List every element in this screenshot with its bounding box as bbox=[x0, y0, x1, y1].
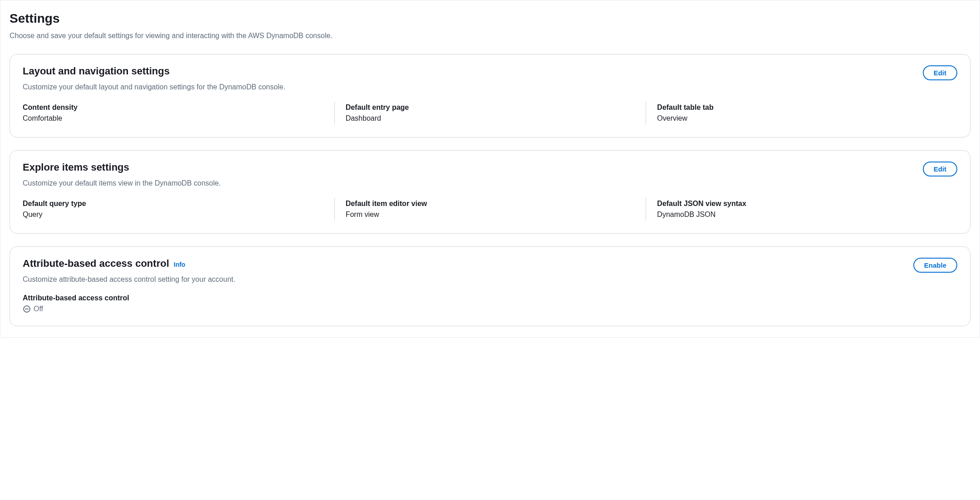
default-item-editor-label: Default item editor view bbox=[346, 200, 635, 208]
abac-card: Attribute-based access control Info Cust… bbox=[10, 246, 970, 326]
default-query-type-value: Query bbox=[23, 211, 323, 219]
abac-setting: Attribute-based access control Off bbox=[23, 294, 957, 313]
settings-page: Settings Choose and save your default se… bbox=[0, 0, 980, 338]
explore-settings-grid: Default query type Query Default item ed… bbox=[23, 198, 957, 221]
abac-card-header: Attribute-based access control Info Cust… bbox=[23, 258, 957, 285]
content-density-label: Content density bbox=[23, 103, 323, 112]
content-density-value: Comfortable bbox=[23, 114, 323, 123]
default-json-syntax-label: Default JSON view syntax bbox=[657, 200, 946, 208]
page-subtitle: Choose and save your default settings fo… bbox=[10, 30, 970, 41]
default-table-tab-value: Overview bbox=[657, 114, 946, 123]
explore-card-title: Explore items settings bbox=[23, 162, 923, 173]
explore-card-header: Explore items settings Customize your de… bbox=[23, 162, 957, 189]
layout-settings-card: Layout and navigation settings Customize… bbox=[10, 54, 970, 137]
default-table-tab-item: Default table tab Overview bbox=[646, 102, 957, 124]
layout-card-subtitle: Customize your default layout and naviga… bbox=[23, 82, 923, 93]
explore-settings-card: Explore items settings Customize your de… bbox=[10, 150, 970, 234]
default-query-type-item: Default query type Query bbox=[23, 198, 334, 221]
explore-edit-button[interactable]: Edit bbox=[923, 162, 957, 176]
abac-status-text: Off bbox=[34, 305, 43, 313]
abac-card-title: Attribute-based access control Info bbox=[23, 258, 913, 270]
layout-settings-grid: Content density Comfortable Default entr… bbox=[23, 102, 957, 124]
default-item-editor-item: Default item editor view Form view bbox=[334, 198, 646, 221]
content-density-item: Content density Comfortable bbox=[23, 102, 334, 124]
explore-card-header-text: Explore items settings Customize your de… bbox=[23, 162, 923, 189]
explore-card-subtitle: Customize your default items view in the… bbox=[23, 178, 923, 189]
default-json-syntax-value: DynamoDB JSON bbox=[657, 211, 946, 219]
default-entry-page-item: Default entry page Dashboard bbox=[334, 102, 646, 124]
layout-edit-button[interactable]: Edit bbox=[923, 65, 957, 80]
abac-card-subtitle: Customize attribute-based access control… bbox=[23, 274, 913, 285]
page-title: Settings bbox=[10, 11, 970, 26]
abac-setting-label: Attribute-based access control bbox=[23, 294, 957, 302]
default-table-tab-label: Default table tab bbox=[657, 103, 946, 112]
status-off-icon bbox=[23, 305, 31, 313]
default-entry-page-value: Dashboard bbox=[346, 114, 635, 123]
abac-card-header-text: Attribute-based access control Info Cust… bbox=[23, 258, 913, 285]
layout-card-header: Layout and navigation settings Customize… bbox=[23, 65, 957, 93]
abac-title-text: Attribute-based access control bbox=[23, 258, 169, 270]
default-query-type-label: Default query type bbox=[23, 200, 323, 208]
default-entry-page-label: Default entry page bbox=[346, 103, 635, 112]
page-header: Settings Choose and save your default se… bbox=[10, 11, 970, 41]
abac-status-row: Off bbox=[23, 305, 957, 313]
abac-info-link[interactable]: Info bbox=[174, 261, 186, 268]
abac-enable-button[interactable]: Enable bbox=[913, 258, 957, 273]
default-item-editor-value: Form view bbox=[346, 211, 635, 219]
layout-card-title: Layout and navigation settings bbox=[23, 65, 923, 77]
default-json-syntax-item: Default JSON view syntax DynamoDB JSON bbox=[646, 198, 957, 221]
layout-card-header-text: Layout and navigation settings Customize… bbox=[23, 65, 923, 93]
